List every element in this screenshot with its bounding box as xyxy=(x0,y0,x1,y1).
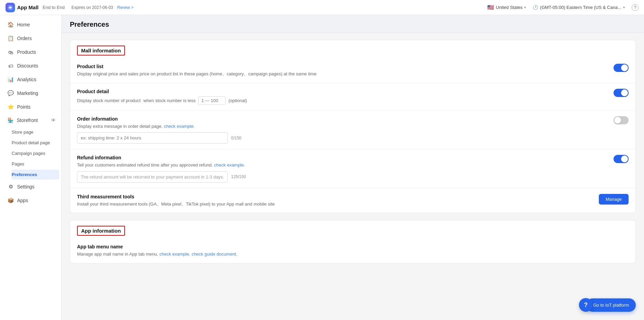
sidebar-item-points[interactable]: ⭐ Points xyxy=(2,100,59,113)
main-header: Preferences xyxy=(62,15,644,33)
product-detail-left: Product detail Display stock number of p… xyxy=(77,89,608,105)
toggle-knob-3 xyxy=(614,117,621,124)
mall-section-title: Mall information xyxy=(70,40,635,58)
order-check-example-link[interactable]: check example. xyxy=(164,124,195,129)
stock-when: when stock number is less xyxy=(143,98,195,103)
refund-info-toggle[interactable] xyxy=(614,155,629,163)
order-message-input[interactable] xyxy=(77,132,228,144)
apps-icon: 📦 xyxy=(8,197,14,204)
sidebar-item-discounts[interactable]: 🏷 Discounts xyxy=(2,59,59,72)
logo-icon xyxy=(5,3,15,12)
iot-platform-button[interactable]: Go to IoT platform xyxy=(586,298,636,312)
topbar-help-icon[interactable]: ? xyxy=(632,4,639,11)
order-information-row: Order information Display extra message … xyxy=(70,111,635,150)
sidebar-item-analytics[interactable]: 📊 Analytics xyxy=(2,73,59,86)
app-body: 🏠 Home 📋 Orders 🛍 Products 🏷 Discounts 📊… xyxy=(0,15,644,320)
refund-check-example-link[interactable]: check example. xyxy=(214,162,245,168)
third-measurement-title: Third measurement tools xyxy=(77,194,593,199)
app-name-label: App Mall xyxy=(17,4,39,10)
products-icon: 🛍 xyxy=(8,49,14,55)
storefront-label: Storefront xyxy=(17,118,38,123)
product-list-desc: Display original price and sales price o… xyxy=(77,71,608,77)
third-measurement-manage: Manage xyxy=(599,194,629,205)
app-tab-menu-left: App tab menu name Manage app mall name i… xyxy=(77,244,629,258)
home-icon: 🏠 xyxy=(8,22,14,28)
refund-info-left: Refund information Tell your customers e… xyxy=(77,155,608,183)
third-measurement-desc: Install your third measurement tools (GA… xyxy=(77,201,593,208)
product-detail-title: Product detail xyxy=(77,89,608,94)
order-desc-prefix: Display extra message in order detail pa… xyxy=(77,124,163,129)
order-info-toggle[interactable] xyxy=(614,116,629,124)
renew-link[interactable]: Renew > xyxy=(117,5,134,10)
app-tab-desc-prefix: Manage app mall name in App tab menu. xyxy=(77,251,158,257)
product-list-row: Product list Display original price and … xyxy=(70,58,635,83)
region-flag: 🇺🇸 xyxy=(487,4,494,11)
sidebar-item-marketing[interactable]: 💬 Marketing xyxy=(2,87,59,100)
home-label: Home xyxy=(17,22,30,27)
marketing-icon: 💬 xyxy=(8,90,14,96)
product-list-toggle[interactable] xyxy=(614,64,629,72)
sidebar-sub-campaign-pages[interactable]: Campaign pages xyxy=(12,148,59,158)
sidebar-item-storefront[interactable]: 🏪 Storefront 👁 xyxy=(2,114,59,126)
refund-message-input[interactable] xyxy=(77,171,228,183)
topbar-right: 🇺🇸 United States ▾ 🕐 (GMT-05:00) Eastern… xyxy=(487,4,639,11)
analytics-label: Analytics xyxy=(17,77,36,82)
app-section-title-wrapper: App information xyxy=(70,220,635,238)
timezone-label: (GMT-05:00) Eastern Time (US & Cana... xyxy=(540,5,621,10)
product-detail-toggle-container xyxy=(614,89,629,97)
stock-row: Display stock number of product when sto… xyxy=(77,96,608,105)
refund-information-row: Refund information Tell your customers e… xyxy=(70,149,635,188)
discounts-label: Discounts xyxy=(17,63,38,69)
help-bubble[interactable]: ? xyxy=(579,298,593,312)
sidebar: 🏠 Home 📋 Orders 🛍 Products 🏷 Discounts 📊… xyxy=(0,15,62,320)
order-info-title: Order information xyxy=(77,116,608,122)
mall-information-card: Mall information Product list Display or… xyxy=(70,40,636,213)
timezone-chevron: ▾ xyxy=(623,5,625,9)
order-info-left: Order information Display extra message … xyxy=(77,116,608,144)
stock-input[interactable] xyxy=(198,96,226,105)
app-tab-check-example-link[interactable]: check example. xyxy=(160,251,190,257)
orders-icon: 📋 xyxy=(8,35,14,41)
sidebar-sub-preferences[interactable]: Preferences xyxy=(12,170,59,180)
main-content: Mall information Product list Display or… xyxy=(62,33,644,270)
product-list-title: Product list xyxy=(77,64,608,69)
region-selector[interactable]: 🇺🇸 United States ▾ xyxy=(487,4,526,11)
sidebar-sub-pages[interactable]: Pages xyxy=(12,159,59,169)
app-subtitle: End to End xyxy=(43,5,65,10)
points-label: Points xyxy=(17,104,30,110)
product-detail-row: Product detail Display stock number of p… xyxy=(70,83,635,111)
sidebar-item-settings[interactable]: ⚙ Settings xyxy=(2,180,59,193)
app-tab-menu-row: App tab menu name Manage app mall name i… xyxy=(70,238,635,263)
product-detail-toggle[interactable] xyxy=(614,89,629,97)
app-tab-check-guide-link[interactable]: check guide document. xyxy=(192,251,238,257)
manage-button[interactable]: Manage xyxy=(599,194,629,205)
marketing-label: Marketing xyxy=(17,90,38,96)
refund-desc-prefix: Tell your customers estimated refund tim… xyxy=(77,162,213,168)
mall-info-label: Mall information xyxy=(77,46,125,56)
order-info-desc: Display extra message in order detail pa… xyxy=(77,123,608,130)
toggle-knob xyxy=(621,64,628,71)
product-list-left: Product list Display original price and … xyxy=(77,64,608,77)
toggle-knob-4 xyxy=(621,156,628,162)
sidebar-item-home[interactable]: 🏠 Home xyxy=(2,18,59,31)
third-measurement-left: Third measurement tools Install your thi… xyxy=(77,194,593,208)
apps-label: Apps xyxy=(17,198,28,203)
sidebar-item-products[interactable]: 🛍 Products xyxy=(2,46,59,59)
page-title: Preferences xyxy=(70,21,636,28)
stock-optional: (optional) xyxy=(228,98,247,103)
storefront-icon: 🏪 xyxy=(8,118,13,123)
orders-label: Orders xyxy=(17,36,32,41)
topbar: App Mall End to End Expires on 2027-06-0… xyxy=(0,0,644,15)
sidebar-item-apps[interactable]: 📦 Apps xyxy=(2,194,59,207)
sidebar-item-orders[interactable]: 📋 Orders xyxy=(2,32,59,45)
app-tab-menu-desc: Manage app mall name in App tab menu. ch… xyxy=(77,251,629,258)
timezone-selector[interactable]: 🕐 (GMT-05:00) Eastern Time (US & Cana...… xyxy=(533,5,625,10)
sidebar-sub-store-page[interactable]: Store page xyxy=(12,127,59,137)
third-measurement-row: Third measurement tools Install your thi… xyxy=(70,188,635,213)
refund-char-count: 125/150 xyxy=(231,174,246,179)
app-tab-menu-title: App tab menu name xyxy=(77,244,629,249)
storefront-eye-icon: 👁 xyxy=(51,118,56,123)
app-info-label: App information xyxy=(77,226,125,236)
region-chevron: ▾ xyxy=(524,5,526,9)
sidebar-sub-product-detail-page[interactable]: Product detail page xyxy=(12,138,59,148)
